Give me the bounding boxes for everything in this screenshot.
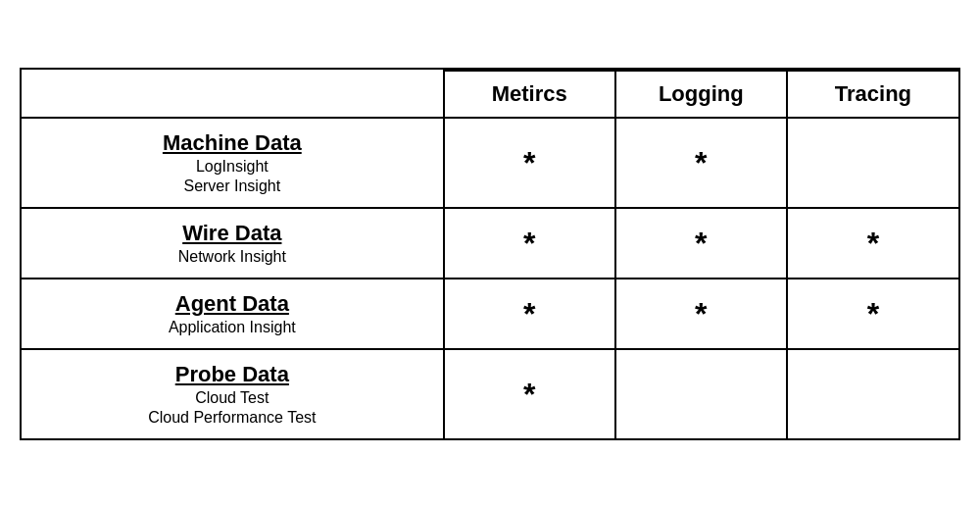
col-header-label: [22, 71, 444, 118]
agent-logging-cell: *: [615, 279, 787, 349]
machine-tracing-cell: [787, 118, 958, 208]
machine-metrics-cell: *: [444, 118, 615, 208]
row-label-machine-data: Machine Data LogInsight Server Insight: [22, 118, 444, 208]
col-header-logging: Logging: [615, 71, 787, 118]
row-label-agent-data: Agent Data Application Insight: [22, 279, 444, 349]
comparison-table: Metircs Logging Tracing Machine Data Log…: [20, 68, 960, 440]
agent-tracing-cell: *: [787, 279, 958, 349]
wire-tracing-cell: *: [787, 208, 958, 279]
probe-tracing-cell: [787, 349, 958, 438]
col-header-metrics: Metircs: [444, 71, 615, 118]
table-row: Probe Data Cloud Test Cloud Performance …: [22, 349, 958, 438]
wire-metrics-cell: *: [444, 208, 615, 279]
machine-logging-cell: *: [615, 118, 787, 208]
table-row: Machine Data LogInsight Server Insight *…: [22, 118, 958, 208]
agent-metrics-cell: *: [444, 279, 615, 349]
table-row: Agent Data Application Insight * * *: [22, 279, 958, 349]
row-label-probe-data: Probe Data Cloud Test Cloud Performance …: [22, 349, 444, 438]
col-header-tracing: Tracing: [787, 71, 958, 118]
row-label-wire-data: Wire Data Network Insight: [22, 208, 444, 279]
table-row: Wire Data Network Insight * * *: [22, 208, 958, 279]
probe-metrics-cell: *: [444, 349, 615, 438]
wire-logging-cell: *: [615, 208, 787, 279]
probe-logging-cell: [615, 349, 787, 438]
